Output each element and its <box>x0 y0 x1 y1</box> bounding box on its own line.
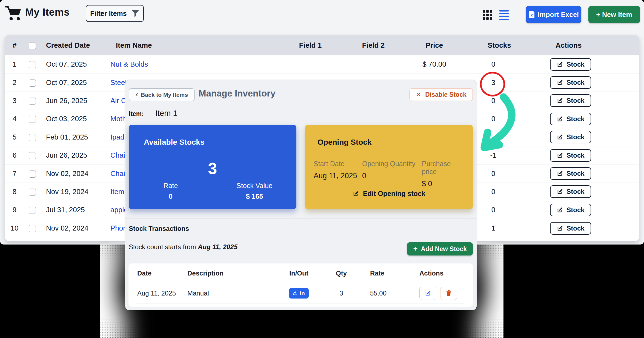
red-circle-annotation <box>480 72 505 96</box>
manage-inventory-modal: ‹ Back to My Items Manage Inventory ✕ Di… <box>125 80 477 310</box>
filter-items-button[interactable]: Filter Items <box>86 5 144 22</box>
row-actions: Stock <box>535 94 639 107</box>
stock-button-label: Stock <box>566 225 584 232</box>
row-created-date: Jun 26, 2025 <box>41 96 110 105</box>
transaction-row: Aug 11, 2025 Manual In 3 55.00 <box>137 283 464 303</box>
txn-col-inout: In/Out <box>274 269 324 277</box>
row-checkbox-cell <box>24 60 41 69</box>
stock-count-note-date: Aug 11, 2025 <box>198 243 237 251</box>
x-icon: ✕ <box>416 91 421 98</box>
filter-items-label: Filter Items <box>90 10 127 18</box>
row-created-date: Oct 03, 2025 <box>41 115 110 123</box>
item-line: Item: Item 1 <box>129 109 178 118</box>
row-created-date: Jul 31, 2025 <box>41 206 110 214</box>
stock-button[interactable]: Stock <box>550 131 591 143</box>
list-view-button[interactable] <box>499 10 509 20</box>
select-all-checkbox-cell <box>24 41 41 50</box>
modal-title: Manage Inventory <box>199 88 276 99</box>
opening-quantity-label: Opening Quantity <box>362 160 422 168</box>
col-actions-header: Actions <box>535 41 639 50</box>
plus-icon: + <box>413 244 417 253</box>
col-created-date-header: Created Date <box>41 41 110 50</box>
row-price: $ 70.00 <box>405 60 464 69</box>
txn-col-actions: Actions <box>411 269 464 277</box>
stock-button[interactable]: Stock <box>550 76 591 89</box>
row-checkbox[interactable] <box>29 116 36 123</box>
row-actions: Stock <box>535 185 639 198</box>
grid-view-button[interactable] <box>483 10 492 20</box>
chevron-left-icon: ‹ <box>136 90 138 98</box>
item-name-link[interactable]: Nut & Bolds <box>110 60 279 69</box>
cart-icon <box>5 5 22 21</box>
screenshot-canvas: My Items Filter Items x <box>0 0 644 338</box>
import-excel-label: Import Excel <box>538 11 579 19</box>
stock-count-note-prefix: Stock count starts from <box>129 243 198 251</box>
stock-button[interactable]: Stock <box>550 94 591 107</box>
row-checkbox[interactable] <box>29 189 36 196</box>
stock-transactions-heading: Stock Transactions <box>129 225 189 232</box>
row-checkbox[interactable] <box>29 207 36 214</box>
edit-opening-stock-button[interactable]: Edit Opening stock <box>305 190 473 198</box>
col-field1-header: Field 1 <box>279 41 342 50</box>
start-date-label: Start Date <box>314 160 362 168</box>
row-actions: Stock <box>535 131 639 143</box>
edit-icon <box>557 61 563 68</box>
stock-button[interactable]: Stock <box>550 204 591 216</box>
stock-button[interactable]: Stock <box>550 113 591 125</box>
row-actions: Stock <box>535 167 639 180</box>
col-item-name-header: Item Name <box>110 41 279 50</box>
row-checkbox-cell <box>24 169 41 178</box>
row-actions: Stock <box>535 113 639 125</box>
select-all-checkbox[interactable] <box>29 42 36 49</box>
row-checkbox-cell <box>24 151 41 160</box>
edit-icon <box>557 170 563 177</box>
import-excel-button[interactable]: x Import Excel <box>526 6 581 23</box>
txn-inout-cell: In <box>274 288 324 299</box>
txn-actions <box>411 287 464 300</box>
stock-button[interactable]: Stock <box>550 167 591 180</box>
row-number: 2 <box>5 78 24 87</box>
edit-icon <box>557 79 563 86</box>
row-checkbox[interactable] <box>29 171 36 178</box>
add-new-stock-button[interactable]: + Add New Stock <box>407 242 473 255</box>
tray-in-icon <box>293 291 297 296</box>
row-number: 9 <box>5 206 24 214</box>
purchase-price-label: Purchase price <box>422 160 467 176</box>
row-created-date: Nov 19, 2024 <box>41 188 110 196</box>
transaction-delete-button[interactable] <box>440 287 457 300</box>
rate-label: Rate <box>129 182 213 190</box>
row-checkbox[interactable] <box>29 79 36 87</box>
row-stocks: 0 <box>464 60 535 69</box>
row-actions: Stock <box>535 149 639 162</box>
row-actions: Stock <box>535 76 639 89</box>
transactions-card: Date Description In/Out Qty Rate Actions… <box>128 263 473 307</box>
trash-icon <box>446 290 451 297</box>
purchase-price-value: $ 0 <box>422 180 467 188</box>
opening-quantity-value: 0 <box>362 172 422 180</box>
row-checkbox[interactable] <box>29 225 36 232</box>
header-bar: My Items Filter Items x <box>0 0 644 29</box>
add-new-stock-label: Add New Stock <box>421 245 467 253</box>
row-checkbox[interactable] <box>29 134 36 141</box>
disable-stock-button[interactable]: ✕ Disable Stock <box>410 88 473 101</box>
row-checkbox[interactable] <box>29 152 36 159</box>
transaction-edit-button[interactable] <box>419 287 436 300</box>
stock-button-label: Stock <box>566 170 584 177</box>
row-checkbox[interactable] <box>29 98 36 105</box>
row-checkbox-cell <box>24 78 41 87</box>
stock-button[interactable]: Stock <box>550 222 591 235</box>
stock-button-label: Stock <box>566 188 584 195</box>
col-field2-header: Field 2 <box>342 41 405 50</box>
txn-col-qty: Qty <box>324 269 359 277</box>
row-number: 6 <box>5 151 24 160</box>
new-item-button[interactable]: + New Item <box>588 6 640 23</box>
txn-description: Manual <box>187 289 274 297</box>
stock-button[interactable]: Stock <box>550 149 591 162</box>
stock-button-label: Stock <box>566 133 584 141</box>
back-to-my-items-button[interactable]: ‹ Back to My Items <box>129 88 195 101</box>
row-checkbox[interactable] <box>29 61 36 68</box>
item-label: Item: <box>129 110 144 118</box>
stock-button[interactable]: Stock <box>550 185 591 198</box>
row-actions: Stock <box>535 222 639 235</box>
stock-button[interactable]: Stock <box>550 58 591 71</box>
